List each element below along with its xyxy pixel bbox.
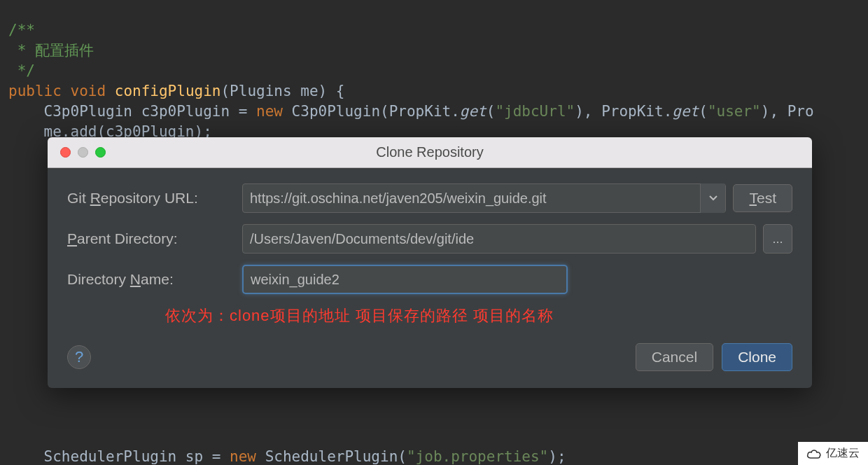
kw-public: public (8, 83, 71, 99)
code-text: SchedulerPlugin sp = (8, 448, 230, 465)
method-get: get (460, 103, 486, 120)
code-text: ); (548, 448, 566, 465)
dialog-titlebar[interactable]: Clone Repository (48, 137, 812, 168)
cloud-icon (806, 448, 822, 459)
close-icon[interactable] (60, 147, 71, 158)
annotation-text: 依次为：clone项目的地址 项目保存的路径 项目的名称 (67, 305, 792, 326)
code-text: C3p0Plugin c3p0Plugin = (8, 103, 256, 120)
dialog-title: Clone Repository (48, 144, 812, 160)
code-text: ), Pro (761, 103, 814, 120)
maximize-icon[interactable] (95, 147, 106, 158)
kw-void: void (71, 83, 115, 99)
kw-new: new (230, 448, 265, 465)
url-label: Git Repository URL: (67, 190, 242, 207)
code-text: SchedulerPlugin( (265, 448, 407, 465)
method-get: get (672, 103, 699, 120)
code-text: C3p0Plugin(PropKit. (292, 103, 460, 120)
parent-dir-input[interactable] (250, 231, 748, 247)
url-input[interactable] (250, 190, 700, 207)
cancel-button[interactable]: Cancel (636, 343, 713, 371)
browse-button[interactable]: ... (763, 224, 792, 254)
dir-name-label: Directory Name: (67, 271, 242, 288)
clone-button[interactable]: Clone (722, 343, 792, 371)
parent-dir-label: Parent Directory: (67, 230, 242, 247)
window-controls (48, 147, 106, 158)
code-text: (Plugins me) { (220, 83, 344, 99)
fn-name: configPlugin (115, 83, 221, 99)
code-text: ( (486, 103, 496, 120)
string-literal: "jdbcUrl" (495, 103, 575, 120)
code-text: ( (699, 103, 708, 120)
minimize-icon[interactable] (78, 147, 88, 158)
kw-new: new (256, 103, 292, 120)
comment-line: * 配置插件 (8, 42, 94, 59)
help-button[interactable]: ? (67, 345, 91, 369)
clone-repository-dialog: Clone Repository Git Repository URL: Tes… (48, 137, 812, 388)
dropdown-arrow-icon[interactable] (700, 183, 725, 213)
string-literal: "user" (708, 103, 761, 120)
url-combobox[interactable] (242, 183, 726, 213)
parent-dir-field[interactable] (242, 224, 756, 254)
directory-name-input[interactable] (242, 265, 568, 294)
comment-line: */ (8, 62, 35, 79)
comment-line: /** (8, 22, 35, 39)
watermark-text: 亿速云 (826, 446, 860, 461)
watermark: 亿速云 (798, 442, 868, 465)
code-text: ), PropKit. (575, 103, 672, 120)
test-button[interactable]: Test (733, 184, 792, 212)
string-literal: "job.properties" (407, 448, 548, 465)
